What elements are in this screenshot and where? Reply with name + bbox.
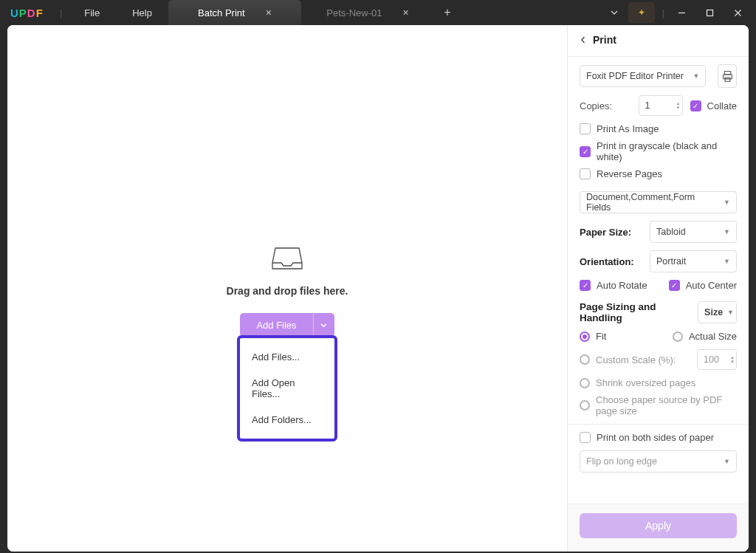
tab-label: Batch Print [198,7,245,18]
inbox-icon [271,245,303,272]
choose-paper-radio[interactable] [580,400,590,411]
auto-rotate-checkbox[interactable]: ✓ [580,280,591,291]
collate-checkbox[interactable]: ✓ [690,100,701,111]
auto-center-label: Auto Center [686,280,737,291]
svg-rect-2 [724,71,731,74]
copies-value: 1 [645,100,650,111]
page-sizing-title: Page Sizing and Handling [580,301,698,323]
add-files-button[interactable]: Add Files [240,313,334,337]
svg-rect-1 [707,10,712,16]
custom-scale-input[interactable]: 100 ▲▼ [697,349,737,370]
menu-add-open-files[interactable]: Add Open Files... [240,370,334,407]
size-mode-select[interactable]: Size ▼ [698,301,737,323]
printer-icon [721,70,734,83]
reverse-pages-label: Reverse Pages [597,168,662,179]
titlebar: UPDF | File Help Batch Print × Pets-New-… [0,0,756,25]
content-select[interactable]: Document,Comment,Form Fields ▼ [580,191,737,213]
chevron-down-icon[interactable] [600,1,628,24]
chevron-down-icon: ▼ [724,258,730,265]
custom-scale-value: 100 [704,354,719,365]
menu-help[interactable]: Help [116,0,168,25]
close-button[interactable] [724,1,752,24]
chevron-down-icon: ▼ [724,199,730,206]
copies-input[interactable]: 1 ▲▼ [639,95,683,116]
orientation-label: Orientation: [580,256,634,267]
shrink-label: Shrink oversized pages [596,377,695,388]
print-as-image-label: Print As Image [597,123,659,134]
fit-radio[interactable] [580,332,590,342]
printer-value: Foxit PDF Editor Printer [586,71,684,81]
close-icon[interactable]: × [266,7,272,18]
printer-settings-button[interactable] [718,64,737,88]
panel-title: Print [593,34,616,46]
print-panel: Print Foxit PDF Editor Printer ▼ Copie [567,25,749,552]
tab-label: Pets-New-01 [326,7,382,18]
print-as-image-checkbox[interactable] [580,123,591,134]
actual-size-label: Actual Size [689,331,737,342]
stepper-arrows[interactable]: ▲▼ [676,101,681,110]
choose-paper-label: Choose paper source by PDF page size [596,394,737,416]
orientation-value: Portrait [656,256,686,267]
maximize-button[interactable] [695,1,724,24]
divider: | [60,7,62,18]
new-tab-button[interactable]: + [434,0,461,25]
collate-label: Collate [707,100,737,111]
window-controls: ✦ | [600,0,752,25]
duplex-label: Print on both sides of paper [597,432,714,443]
grayscale-label: Print in grayscale (black and white) [597,140,737,162]
apply-button[interactable]: Apply [580,513,737,538]
copies-label: Copies: [580,100,612,111]
drop-area[interactable]: Drag and drop files here. Add Files Add … [7,25,567,552]
back-icon[interactable] [580,35,587,46]
close-icon[interactable]: × [402,7,408,18]
chevron-down-icon: ▼ [724,228,730,236]
tab-strip: Batch Print × Pets-New-01 × + [168,0,461,25]
app-logo: UPDF [10,7,44,19]
actual-size-radio[interactable] [673,332,683,342]
content-shell: Drag and drop files here. Add Files Add … [7,25,749,552]
grayscale-checkbox[interactable]: ✓ [580,146,591,157]
menu-add-folders[interactable]: Add Folders... [240,407,334,433]
auto-center-checkbox[interactable]: ✓ [669,280,680,291]
panel-header: Print [580,34,737,46]
size-mode-value: Size [704,307,723,317]
duplex-checkbox[interactable] [580,432,591,443]
menu-file[interactable]: File [68,0,116,25]
menu-add-files[interactable]: Add Files... [240,344,334,370]
divider: | [659,7,667,18]
drop-label: Drag and drop files here. [227,285,348,297]
svg-rect-3 [723,74,732,78]
auto-rotate-label: Auto Rotate [597,280,647,291]
chevron-down-icon[interactable] [314,313,334,337]
paper-size-label: Paper Size: [580,227,631,238]
tab-batch-print[interactable]: Batch Print × [168,0,301,25]
add-files-menu: Add Files... Add Open Files... Add Folde… [237,335,337,442]
tab-document[interactable]: Pets-New-01 × [301,0,434,25]
custom-scale-label: Custom Scale (%): [596,354,676,365]
apply-bar: Apply [568,504,749,552]
stepper-arrows[interactable]: ▲▼ [730,355,735,364]
fit-label: Fit [596,331,606,342]
chevron-down-icon: ▼ [727,309,734,316]
paper-size-select[interactable]: Tabloid ▼ [650,221,737,243]
reverse-pages-checkbox[interactable] [580,168,591,179]
minimize-button[interactable] [667,1,695,24]
custom-scale-radio[interactable] [580,354,590,365]
add-files-label: Add Files [240,313,312,337]
premium-badge[interactable]: ✦ [628,2,655,23]
shrink-radio[interactable] [580,378,590,388]
paper-size-value: Tabloid [656,227,686,237]
printer-select[interactable]: Foxit PDF Editor Printer ▼ [580,65,706,87]
chevron-down-icon: ▼ [693,72,699,80]
content-value: Document,Comment,Form Fields [586,192,719,213]
flip-value: Flip on long edge [586,456,657,467]
svg-rect-4 [725,78,730,81]
chevron-down-icon: ▼ [724,458,730,465]
orientation-select[interactable]: Portrait ▼ [650,250,737,272]
flip-select[interactable]: Flip on long edge ▼ [580,450,737,473]
drop-center: Drag and drop files here. Add Files [7,245,567,337]
